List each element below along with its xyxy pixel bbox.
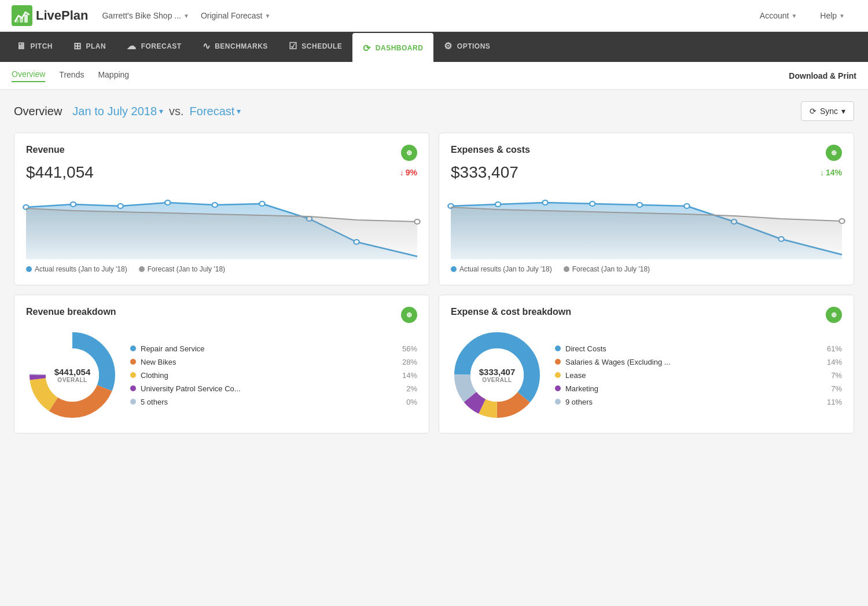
cards-grid: Revenue ⊕ $441,054 ↓ 9% bbox=[14, 133, 854, 434]
tab-forecast[interactable]: ☁ FORECAST bbox=[116, 32, 192, 62]
subnav-mapping[interactable]: Mapping bbox=[98, 70, 129, 82]
account-menu[interactable]: Account ▼ bbox=[760, 11, 797, 20]
account-chevron: ▼ bbox=[791, 13, 797, 19]
svg-rect-0 bbox=[12, 5, 32, 26]
dot-others-rev bbox=[130, 399, 136, 405]
actual-dot bbox=[26, 266, 32, 272]
subnav-trends[interactable]: Trends bbox=[59, 70, 84, 82]
dashboard-icon: ⟳ bbox=[363, 43, 371, 54]
list-item: Salaries & Wages (Excluding ... 14% bbox=[555, 355, 842, 369]
svg-point-17 bbox=[637, 203, 642, 207]
dot-bikes bbox=[130, 359, 136, 365]
expense-breakdown-list: Direct Costs 61% Salaries & Wages (Exclu… bbox=[555, 342, 842, 409]
dot-repair bbox=[130, 346, 136, 351]
revenue-breakdown-card: Revenue breakdown ⊕ bbox=[14, 295, 429, 434]
help-chevron: ▼ bbox=[839, 13, 845, 19]
schedule-icon: ☑ bbox=[289, 41, 297, 52]
svg-point-9 bbox=[259, 201, 264, 206]
forecast-chevron: ▼ bbox=[265, 13, 271, 19]
list-item: New Bikes 28% bbox=[130, 355, 417, 369]
company-selector[interactable]: Garrett's Bike Shop ... ▼ bbox=[102, 11, 189, 20]
revenue-breakdown-header: Revenue breakdown ⊕ bbox=[26, 307, 417, 323]
expenses-legend: Actual results (Jan to July '18) Forecas… bbox=[451, 265, 842, 273]
expense-breakdown-header: Expense & cost breakdown ⊕ bbox=[451, 307, 842, 323]
legend-actual: Actual results (Jan to July '18) bbox=[26, 265, 127, 273]
expenses-card: Expenses & costs ⊕ $333,407 ↓ 14% bbox=[439, 133, 854, 285]
dot-clothing bbox=[130, 372, 136, 378]
tab-dashboard[interactable]: ⟳ DASHBOARD bbox=[352, 33, 433, 63]
vs-label: vs. bbox=[169, 105, 184, 118]
revenue-donut: $441,054 OVERALL bbox=[26, 329, 119, 421]
top-bar: LivePlan Garrett's Bike Shop ... ▼ Origi… bbox=[0, 0, 868, 32]
revenue-chart bbox=[26, 190, 417, 259]
svg-point-7 bbox=[165, 200, 170, 205]
svg-point-6 bbox=[118, 204, 123, 208]
svg-rect-2 bbox=[20, 17, 23, 23]
expense-donut-center: $333,407 OVERALL bbox=[479, 367, 516, 383]
forecast-selector[interactable]: Original Forecast ▼ bbox=[201, 11, 271, 20]
revenue-title: Revenue bbox=[26, 145, 65, 155]
tab-options[interactable]: ⚙ OPTIONS bbox=[433, 32, 501, 62]
logo[interactable]: LivePlan bbox=[12, 5, 88, 26]
forecast-dot-exp bbox=[564, 266, 569, 272]
list-item: Marketing 7% bbox=[555, 382, 842, 395]
svg-rect-3 bbox=[24, 14, 28, 23]
revenue-legend: Actual results (Jan to July '18) Forecas… bbox=[26, 265, 417, 273]
expenses-value: $333,407 bbox=[451, 163, 518, 182]
list-item: University Patrol Service Co... 2% bbox=[130, 382, 417, 395]
expense-breakdown-icon: ⊕ bbox=[826, 307, 842, 323]
pitch-icon: 🖥 bbox=[16, 41, 26, 52]
list-item: 9 others 11% bbox=[555, 395, 842, 409]
logo-text: LivePlan bbox=[36, 8, 88, 23]
revenue-breakdown-list: Repair and Service 56% New Bikes 28% Clo… bbox=[130, 342, 417, 409]
dot-direct bbox=[555, 346, 561, 351]
legend-forecast-exp: Forecast (Jan to July '18) bbox=[564, 265, 650, 273]
list-item: Lease 7% bbox=[555, 369, 842, 382]
period-chevron: ▾ bbox=[159, 106, 163, 116]
expenses-title: Expenses & costs bbox=[451, 145, 530, 155]
help-menu[interactable]: Help ▼ bbox=[820, 11, 845, 20]
revenue-value: $441,054 bbox=[26, 163, 94, 182]
top-nav-right: Account ▼ Help ▼ bbox=[760, 11, 856, 20]
expense-breakdown-card: Expense & cost breakdown ⊕ $333,4 bbox=[439, 295, 854, 434]
dot-salaries bbox=[555, 359, 561, 365]
dot-lease bbox=[555, 372, 561, 378]
logo-icon bbox=[12, 5, 32, 26]
expense-breakdown-title: Expense & cost breakdown bbox=[451, 307, 571, 317]
options-icon: ⚙ bbox=[444, 41, 453, 52]
list-item: 5 others 0% bbox=[130, 395, 417, 409]
tab-pitch[interactable]: 🖥 PITCH bbox=[6, 32, 63, 62]
svg-point-18 bbox=[684, 204, 689, 208]
tab-plan[interactable]: ⊞ PLAN bbox=[63, 32, 116, 62]
download-print-button[interactable]: Download & Print bbox=[789, 71, 856, 80]
tab-benchmarks[interactable]: ∿ BENCHMARKS bbox=[192, 32, 278, 62]
comparison-chevron: ▾ bbox=[237, 106, 241, 116]
svg-point-14 bbox=[495, 202, 501, 207]
expenses-change: ↓ 14% bbox=[820, 168, 842, 177]
list-item: Repair and Service 56% bbox=[130, 342, 417, 355]
svg-rect-1 bbox=[15, 19, 19, 23]
dot-university bbox=[130, 385, 136, 391]
overview-header: Overview Jan to July 2018 ▾ vs. Forecast… bbox=[14, 101, 854, 121]
comparison-selector[interactable]: Forecast ▾ bbox=[190, 105, 241, 118]
sync-chevron: ▾ bbox=[841, 106, 845, 116]
svg-point-5 bbox=[71, 202, 76, 207]
list-item: Clothing 14% bbox=[130, 369, 417, 382]
sync-button[interactable]: ⟳ Sync ▾ bbox=[801, 101, 854, 121]
expense-donut: $333,407 OVERALL bbox=[451, 329, 543, 421]
svg-point-21 bbox=[839, 219, 844, 223]
period-selector[interactable]: Jan to July 2018 ▾ bbox=[72, 105, 163, 118]
expenses-icon: ⊕ bbox=[826, 145, 842, 161]
revenue-breakdown-title: Revenue breakdown bbox=[26, 307, 116, 317]
tab-schedule[interactable]: ☑ SCHEDULE bbox=[278, 32, 353, 62]
revenue-change: ↓ 9% bbox=[400, 168, 417, 177]
subnav-overview[interactable]: Overview bbox=[12, 69, 45, 82]
company-chevron: ▼ bbox=[183, 13, 189, 19]
overview-label: Overview bbox=[14, 105, 62, 118]
svg-point-16 bbox=[590, 201, 595, 206]
forecast-dot bbox=[139, 266, 145, 272]
list-item: Direct Costs 61% bbox=[555, 342, 842, 355]
svg-point-8 bbox=[212, 203, 218, 207]
revenue-value-row: $441,054 ↓ 9% bbox=[26, 163, 417, 182]
dot-others-exp bbox=[555, 399, 561, 405]
